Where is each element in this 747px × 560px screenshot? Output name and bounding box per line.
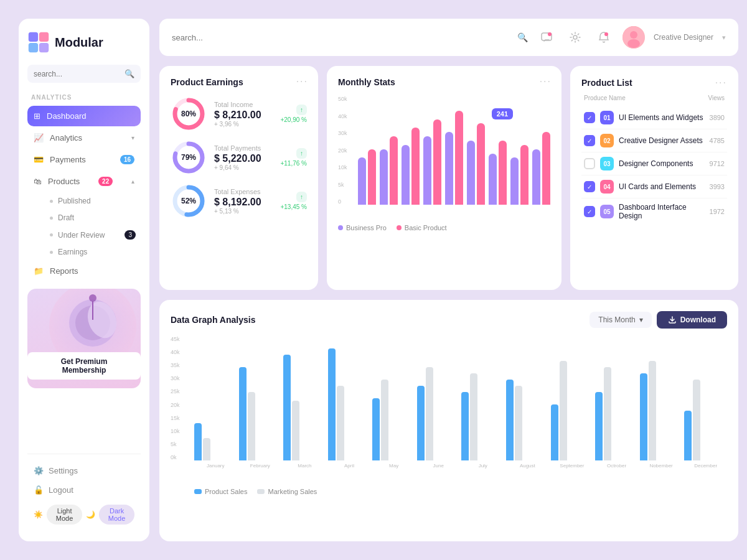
download-button[interactable]: Download — [657, 311, 727, 329]
marketing-bar — [426, 367, 433, 460]
moon-icon: 🌙 — [86, 510, 95, 519]
avatar[interactable] — [622, 26, 645, 49]
monthly-bar-group — [402, 128, 420, 205]
earnings-card: Product Earnings ··· 80% Total Income $ … — [159, 66, 318, 290]
product-list-card: Product List ··· Produce Name Views ✓01U… — [570, 66, 738, 290]
chat-icon-button[interactable] — [537, 27, 557, 47]
light-mode-button[interactable]: Light Mode — [47, 505, 82, 525]
logo-icon — [27, 31, 50, 54]
business-bar — [423, 136, 431, 205]
product-checkbox[interactable]: ✓ — [584, 112, 595, 123]
product-row: ✓02Creative Designer Assets4785 — [581, 129, 727, 152]
x-label: July — [461, 463, 504, 469]
bell-icon-button[interactable] — [594, 27, 614, 47]
payments-percent: 79% — [181, 153, 196, 162]
marketing-bar — [693, 380, 700, 460]
sub-item-draft[interactable]: Draft — [45, 210, 141, 226]
monthly-bar-chart — [338, 96, 550, 205]
dark-mode-button[interactable]: Dark Mode — [99, 505, 134, 525]
up-arrow-icon: ↑ — [296, 105, 307, 115]
data-graph-bar-group — [283, 355, 326, 460]
settings-icon-button[interactable] — [565, 27, 585, 47]
nav-item-payments[interactable]: 💳 Payments 16 — [27, 149, 141, 170]
earnings-item-expenses: 52% Total Expenses $ 8,192.00 + 5,13 % ↑… — [171, 183, 307, 219]
top-search-input[interactable] — [172, 33, 512, 42]
sales-bar — [417, 386, 425, 460]
svg-point-12 — [573, 35, 577, 39]
sub-item-under-review[interactable]: Under Review 3 — [45, 226, 141, 243]
earnings-more-button[interactable]: ··· — [296, 76, 308, 87]
chevron-down-icon: ▾ — [639, 315, 643, 324]
products-icon: 🛍 — [34, 177, 42, 186]
svg-point-13 — [604, 32, 608, 36]
nav-item-reports[interactable]: 📁 Reports — [27, 261, 141, 281]
monthly-bar-group — [380, 136, 398, 205]
sales-bar — [328, 348, 336, 460]
sales-bar — [461, 392, 469, 460]
nav-item-analytics[interactable]: 📈 Analytics ▾ — [27, 128, 141, 148]
sales-bar — [640, 373, 647, 460]
monthly-highlight-tooltip: 241 — [492, 108, 513, 119]
product-views: 3993 — [710, 183, 725, 190]
data-graph-chart-area: 45k40k35k30k25k20k15k10k5k0k JanuaryFebr… — [171, 336, 727, 485]
basic-bar — [433, 119, 441, 205]
basic-bar — [520, 145, 529, 205]
monthly-bar-group — [358, 149, 376, 205]
product-views: 9712 — [710, 160, 725, 167]
top-search-box[interactable]: 🔍 — [172, 32, 528, 42]
sub-item-published[interactable]: Published — [45, 193, 141, 209]
business-bar — [445, 132, 453, 205]
product-views: 1972 — [710, 208, 725, 215]
svg-point-15 — [630, 31, 637, 39]
monthly-more-button[interactable]: ··· — [540, 76, 552, 87]
product-number: 03 — [600, 157, 614, 170]
sales-bar — [595, 392, 603, 460]
business-bar — [510, 157, 519, 205]
logout-item[interactable]: 🔓 Logout — [27, 481, 141, 499]
monthly-legend: Business Pro Basic Product — [338, 224, 550, 231]
product-name: Designer Components — [619, 159, 705, 168]
chevron-down-icon[interactable]: ▾ — [722, 34, 726, 42]
legend-marketing-sales: Marketing Sales — [257, 488, 317, 495]
basic-bar — [499, 141, 507, 205]
sub-item-earnings[interactable]: Earnings — [45, 244, 141, 260]
sidebar-search-input[interactable] — [34, 70, 121, 78]
monthly-bar-group — [423, 119, 441, 205]
product-name: UI Cards and Elements — [619, 182, 705, 191]
product-checkbox[interactable]: ✓ — [584, 135, 595, 146]
month-selector-button[interactable]: This Month ▾ — [590, 312, 651, 328]
nav-item-dashboard[interactable]: ⊞ Dashboard — [27, 106, 141, 126]
x-label: June — [417, 463, 460, 469]
premium-button[interactable]: Get Premium Membership — [27, 352, 141, 380]
x-label: December — [684, 463, 727, 469]
product-checkbox[interactable] — [584, 158, 595, 169]
settings-item[interactable]: ⚙️ Settings — [27, 462, 141, 480]
data-graph-bar-group — [595, 367, 638, 460]
monthly-bar-group — [445, 111, 463, 205]
monthly-bar-group — [510, 145, 529, 205]
marketing-bar — [515, 386, 522, 460]
monthly-stats-title: Monthly Stats — [338, 77, 550, 87]
sidebar-search-box[interactable]: 🔍 — [27, 65, 141, 83]
nav-item-products[interactable]: 🛍 Products 22 ▴ — [27, 171, 141, 192]
income-change: ↑ +20,90 % — [280, 105, 307, 123]
product-list-more-button[interactable]: ··· — [715, 77, 727, 88]
earnings-item-payments: 79% Total Payments $ 5,220.00 + 9,64 % ↑… — [171, 139, 307, 175]
product-views: 4785 — [710, 137, 725, 144]
user-name: Creative Designer — [654, 33, 713, 42]
data-graph-legend: Product Sales Marketing Sales — [171, 488, 727, 495]
income-percent: 80% — [181, 110, 196, 118]
income-ring: 80% — [171, 96, 207, 132]
svg-rect-1 — [39, 32, 49, 42]
product-checkbox[interactable]: ✓ — [584, 206, 595, 217]
x-label: September — [551, 463, 594, 469]
marketing-bar — [470, 373, 477, 460]
x-label: April — [328, 463, 371, 469]
analytics-section-label: ANALYTICS — [27, 94, 141, 101]
sales-bar — [239, 367, 247, 460]
product-number: 02 — [600, 134, 614, 147]
sales-bar — [551, 404, 558, 460]
dashboard-icon: ⊞ — [34, 111, 40, 121]
payments-badge: 16 — [120, 155, 134, 164]
product-checkbox[interactable]: ✓ — [584, 181, 595, 192]
